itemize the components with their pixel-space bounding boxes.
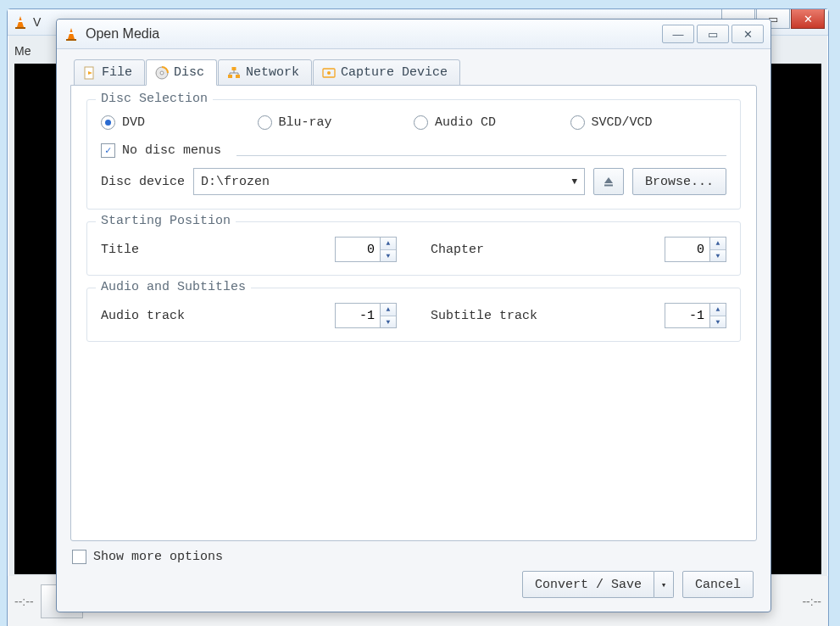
browse-button-label: Browse... [645, 175, 714, 189]
disc-selection-group: Disc Selection DVD Blu-ray Audio CD [86, 99, 741, 210]
radio-icon [570, 115, 585, 130]
tab-network-label: Network [246, 65, 299, 80]
stepper-down-icon[interactable]: ▼ [381, 250, 396, 262]
audio-subtitles-label: Audio and Subtitles [96, 280, 251, 294]
radio-icon [258, 115, 272, 130]
starting-position-label: Starting Position [96, 214, 236, 228]
dialog-close-button[interactable]: ✕ [732, 25, 764, 43]
tab-capture[interactable]: Capture Device [313, 59, 460, 86]
open-media-dialog: Open Media — ▭ ✕ File Disc [56, 19, 771, 612]
disc-icon [155, 66, 169, 80]
convert-save-split-button[interactable]: Convert / Save [522, 571, 674, 598]
svg-rect-13 [232, 67, 236, 70]
convert-save-button[interactable]: Convert / Save [522, 571, 654, 598]
disc-device-combo[interactable]: D:\frozen ▼ [193, 168, 585, 195]
stepper-down-icon[interactable]: ▼ [381, 316, 396, 328]
dialog-titlebar: Open Media — ▭ ✕ [57, 20, 770, 49]
radio-icon [101, 115, 115, 130]
radio-bluray[interactable]: Blu-ray [258, 115, 414, 130]
disc-device-label: Disc device [101, 175, 185, 189]
convert-save-dropdown[interactable] [654, 571, 674, 598]
dialog-minimize-button[interactable]: — [662, 25, 694, 43]
title-input[interactable] [335, 237, 380, 262]
no-disc-menus-label: No disc menus [122, 143, 221, 158]
svg-rect-17 [604, 185, 613, 187]
vlc-time-elapsed: --:-- [14, 595, 34, 608]
dialog-maximize-button[interactable]: ▭ [697, 25, 729, 43]
radio-dvd-label: DVD [122, 115, 145, 130]
convert-save-label: Convert / Save [535, 578, 642, 592]
tab-disc-label: Disc [174, 65, 204, 80]
radio-svcd-label: SVCD/VCD [592, 115, 653, 130]
audio-track-spinbox[interactable]: ▲▼ [335, 304, 397, 327]
radio-bluray-label: Blu-ray [279, 115, 332, 130]
tab-capture-label: Capture Device [341, 65, 448, 80]
subtitle-track-spinbox[interactable]: ▲▼ [665, 304, 726, 327]
svg-rect-1 [15, 27, 25, 29]
svg-point-15 [327, 71, 331, 75]
vlc-cone-icon [13, 14, 28, 30]
network-icon [227, 66, 241, 80]
svg-rect-5 [66, 39, 76, 41]
stepper-up-icon[interactable]: ▲ [710, 304, 726, 316]
eject-icon [602, 175, 615, 188]
svg-point-10 [160, 71, 164, 75]
svg-rect-2 [18, 20, 23, 22]
audio-subtitles-group: Audio and Subtitles Audio track ▲▼ Subti… [86, 288, 741, 342]
chapter-input[interactable] [665, 237, 709, 262]
capture-icon [322, 66, 336, 80]
title-spinbox[interactable]: ▲▼ [335, 238, 397, 261]
show-more-options-checkbox[interactable] [72, 550, 86, 564]
chapter-spinbox[interactable]: ▲▼ [665, 238, 726, 261]
tabstrip: File Disc Network Capture Device [70, 59, 757, 86]
cancel-button[interactable]: Cancel [682, 571, 754, 598]
audio-track-label: Audio track [101, 309, 335, 323]
starting-position-group: Starting Position Title ▲▼ Chapter ▲▼ [86, 221, 741, 276]
disc-selection-label: Disc Selection [96, 92, 213, 106]
svg-rect-12 [236, 75, 240, 78]
bg-close-button[interactable]: ✕ [791, 9, 825, 29]
stepper-up-icon[interactable]: ▲ [381, 238, 396, 250]
tab-file-label: File [102, 65, 132, 80]
browse-button[interactable]: Browse... [632, 168, 726, 195]
radio-svcd[interactable]: SVCD/VCD [570, 115, 727, 130]
cancel-button-label: Cancel [695, 578, 741, 592]
svg-rect-11 [228, 75, 232, 78]
radio-icon [414, 115, 428, 130]
separator-line [236, 155, 726, 156]
radio-dvd[interactable]: DVD [101, 115, 258, 130]
tab-disc[interactable]: Disc [146, 59, 217, 86]
dropdown-arrow-icon: ▼ [571, 176, 577, 187]
dialog-title: Open Media [86, 26, 159, 42]
audio-track-input[interactable] [335, 303, 380, 328]
stepper-down-icon[interactable]: ▼ [710, 250, 726, 262]
radio-audiocd-label: Audio CD [435, 115, 496, 130]
chapter-label: Chapter [431, 243, 665, 257]
vlc-time-total: --:-- [802, 595, 821, 608]
show-more-options-label: Show more options [93, 550, 223, 564]
svg-rect-6 [69, 32, 74, 34]
stepper-up-icon[interactable]: ▲ [710, 238, 726, 250]
svg-marker-16 [604, 177, 613, 183]
file-icon [83, 66, 97, 80]
stepper-down-icon[interactable]: ▼ [710, 316, 726, 328]
radio-audiocd[interactable]: Audio CD [414, 115, 570, 130]
vlc-cone-icon [64, 26, 79, 42]
eject-button[interactable] [593, 168, 624, 195]
tab-file[interactable]: File [74, 59, 145, 86]
disc-device-value: D:\frozen [201, 175, 270, 189]
title-label: Title [101, 243, 335, 257]
subtitle-track-label: Subtitle track [431, 309, 665, 323]
subtitle-track-input[interactable] [665, 303, 709, 328]
tab-network[interactable]: Network [218, 59, 312, 86]
stepper-up-icon[interactable]: ▲ [381, 304, 396, 316]
no-disc-menus-checkbox[interactable] [101, 143, 115, 158]
tab-disc-panel: Disc Selection DVD Blu-ray Audio CD [70, 85, 757, 541]
vlc-menu-item[interactable]: Me [14, 44, 31, 58]
